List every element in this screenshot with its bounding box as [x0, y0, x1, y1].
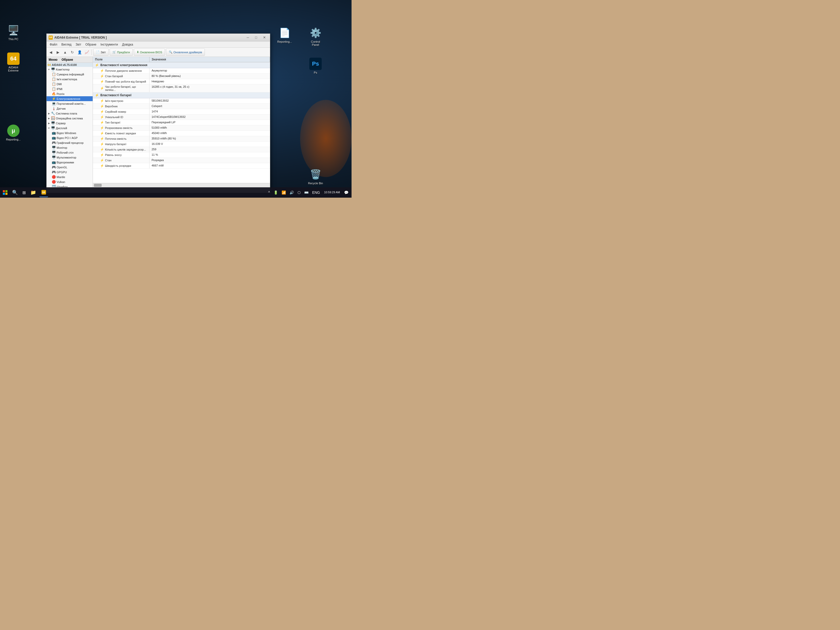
desktop-icon-reporting[interactable]: 📄 Reporting...	[274, 26, 295, 44]
bios-update-button[interactable]: ⬇ Оновлення BIOS	[134, 49, 165, 56]
desktop-icon-control-panel[interactable]: ⚙️ ControlPanel	[305, 26, 326, 47]
tree-computer[interactable]: ▼ 🖥️ Комп'ютер	[47, 67, 93, 72]
tree-os[interactable]: ▶ 🪟 Операційна система	[47, 116, 93, 121]
driver-update-button[interactable]: 🔍 Оновлення драйверів	[166, 49, 205, 56]
buy-button[interactable]: 🛒 Придбати	[110, 49, 133, 56]
tree-portable-label: Портативний комп'ю...	[57, 102, 86, 105]
buy-icon: 🛒	[112, 51, 116, 54]
tray-volume[interactable]: 🔊	[289, 190, 295, 195]
tray-language[interactable]: ENG	[311, 190, 321, 195]
desktop-icon-recycle-bin[interactable]: 🗑️ Recycle Bin	[305, 167, 326, 186]
search-button[interactable]: 🔍	[10, 188, 20, 197]
field-wear: ⚡ Рівень зносу	[93, 152, 150, 158]
desktop-icon-ps[interactable]: Ps Ps	[305, 57, 326, 75]
start-button[interactable]	[1, 188, 9, 197]
tree-gpu-label: Графічний процесор	[57, 141, 84, 144]
tree-power[interactable]: ⚡ Електроживлення	[47, 96, 93, 101]
refresh-button[interactable]: ↻	[69, 49, 76, 55]
buy-label: Придбати	[117, 51, 130, 54]
user-button[interactable]: 👤	[76, 49, 83, 55]
tray-network[interactable]: 📶	[281, 190, 287, 195]
chart-button[interactable]: 📈	[84, 49, 90, 55]
tree-summary-label: Сумарна інформацій	[57, 73, 84, 76]
tree-computer-name[interactable]: 📋 Ім'я комп'ютера	[47, 77, 93, 82]
tree-sensor[interactable]: 🌡️ Датчик	[47, 106, 93, 111]
summary-icon: 📋	[52, 72, 56, 76]
computer-icon: 🖥️	[51, 68, 55, 71]
control-panel-label: ControlPanel	[311, 40, 320, 46]
forward-button[interactable]: ▶	[55, 49, 61, 55]
field-icon-10: ⚡	[100, 126, 104, 130]
tree-dmi[interactable]: 📋 DMI	[47, 82, 93, 87]
tree-server[interactable]: ▶ 🖥️ Сервер	[47, 121, 93, 126]
menu-file[interactable]: Файл	[47, 42, 60, 47]
tree-mantle-label: Mantle	[57, 175, 65, 178]
menu-report[interactable]: Звіт	[74, 42, 84, 47]
h-scrollbar-thumb[interactable]	[94, 184, 102, 187]
report-button[interactable]: 📄 Звіт	[93, 49, 109, 56]
tree-ipmi[interactable]: 📋 IPMI	[47, 87, 93, 92]
taskbar-clock[interactable]: 10:59:29 AM	[322, 190, 341, 195]
minimize-button[interactable]: ─	[244, 35, 251, 40]
utorrent-label: Reporting...	[6, 138, 21, 141]
tree-gpgpu[interactable]: 🎮 GPGPU	[47, 170, 93, 174]
tray-chevron[interactable]: ^	[267, 190, 271, 195]
up-button[interactable]: ▲	[62, 49, 68, 55]
expand-server-icon: ▶	[47, 122, 50, 125]
tree-portable[interactable]: 💻 Портативний комп'ю...	[47, 101, 93, 106]
menu-help[interactable]: Довідка	[120, 42, 135, 47]
table-row: ⚡ Напруга батареї 16.039 V	[93, 142, 270, 147]
tree-overclock[interactable]: 🔥 Розгін	[47, 92, 93, 96]
tree-video-pci[interactable]: 📺 Відео PCI / AGP	[47, 135, 93, 140]
field-icon-1: ⚡	[100, 69, 104, 73]
tree-summary[interactable]: 📋 Сумарна інформацій	[47, 72, 93, 77]
sidebar-menu-tab[interactable]: Меню	[47, 57, 60, 63]
field-icon-8: ⚡	[100, 115, 104, 119]
value-remaining-time: 16285 с (4 годин, 31 хв, 25 с)	[150, 84, 270, 92]
menu-tools[interactable]: Інструменти	[99, 42, 120, 47]
tree-vulkan[interactable]: 🔴 Vulkan	[47, 179, 93, 184]
svg-rect-3	[5, 193, 8, 195]
tree-desktop-label: Робочий стіл	[57, 151, 74, 154]
tray-bluetooth[interactable]: ⬡	[297, 190, 302, 195]
desktop-icon-utorrent[interactable]: μ Reporting...	[3, 123, 24, 142]
desktop-icon-this-pc[interactable]: 🖥️ This PC	[3, 23, 24, 42]
tray-notification[interactable]: 💬	[343, 190, 349, 195]
mantle-icon: 🔴	[52, 175, 56, 179]
task-view-button[interactable]: ⊞	[21, 188, 28, 197]
table-header: Поле Значення	[93, 57, 270, 62]
tray-battery[interactable]: 🔋	[273, 190, 279, 195]
tree-multimonitor[interactable]: 🖥️ Мультимонітор	[47, 155, 93, 160]
desktop-icon-aida64[interactable]: 64 AIDA64Extreme	[3, 52, 24, 73]
taskbar-aida64-app[interactable]: 64	[39, 188, 48, 197]
tree-display[interactable]: ▼ 🖥️ Дисплей	[47, 126, 93, 131]
tree-gpu[interactable]: 🎮 Графічний процесор	[47, 140, 93, 145]
tree-opengl[interactable]: 🎮 OpenGL	[47, 165, 93, 170]
tree-fonts[interactable]: 🔤 Шрифти	[47, 184, 93, 187]
explorer-button[interactable]: 📁	[28, 188, 38, 197]
tree-mantle[interactable]: 🔴 Mantle	[47, 174, 93, 179]
tree-motherboard[interactable]: ▶ 🔧 Системна плата	[47, 111, 93, 116]
value-voltage: 16.039 V	[150, 142, 270, 147]
back-button[interactable]: ◀	[47, 49, 54, 55]
menu-favorites[interactable]: Обране	[84, 42, 99, 47]
horizontal-scrollbar[interactable]	[93, 183, 270, 187]
field-discharge-rate: ⚡ Швидкість розрядки	[93, 163, 150, 168]
menu-view[interactable]: Вигляд	[60, 42, 74, 47]
field-current-source: ⚡ Поточне джерело живлення	[93, 68, 150, 73]
field-icon-2: ⚡	[100, 74, 104, 78]
main-content: Поле Значення ⚡ Властивості електроживле…	[93, 57, 270, 187]
tree-videomodes[interactable]: 📺 Відеорежими	[47, 160, 93, 165]
section-battery-properties: ⚡ Властивості батареї	[93, 92, 270, 98]
tree-video-windows[interactable]: 📺 Відео Windows	[47, 131, 93, 135]
tree-desktop[interactable]: 🖥️ Робочий стіл	[47, 150, 93, 155]
tree-monitor-label: Монітор	[57, 146, 67, 149]
tray-keyboard[interactable]: ⌨️	[303, 190, 309, 195]
portable-icon: 💻	[52, 102, 56, 106]
tree-vulkan-label: Vulkan	[57, 180, 65, 183]
maximize-button[interactable]: □	[253, 35, 260, 40]
close-button[interactable]: ✕	[261, 35, 268, 40]
sidebar-favorites-tab[interactable]: Обране	[60, 57, 75, 63]
tree-monitor[interactable]: 🖥️ Монітор	[47, 145, 93, 150]
multimon-icon: 🖥️	[52, 155, 56, 159]
